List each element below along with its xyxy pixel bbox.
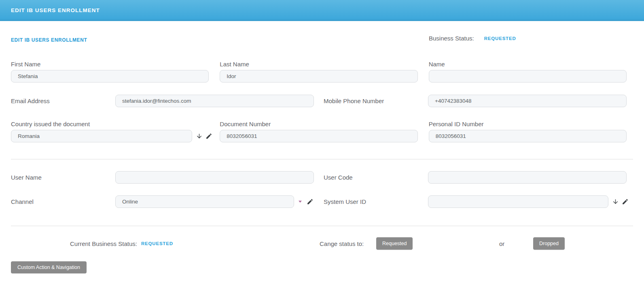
section-divider-bottom [11,226,633,226]
title-row: EDIT IB USERS ENROLLMENT Business Status… [11,35,633,44]
country-arrow-down-icon[interactable] [196,133,203,140]
custom-action-navigation-button[interactable]: Custom Action & Navigation [11,261,87,273]
field-group-name: Name [429,61,627,83]
email-input[interactable] [115,95,314,107]
personal-id-label: Personal ID Number [429,121,627,127]
first-name-label: First Name [11,61,209,68]
field-group-last-name: Last Name [220,61,417,83]
app-header-title: EDIT IB USERS ENROLLMENT [11,7,100,13]
field-group-personal-id: Personal ID Number [429,121,627,142]
user-name-label: User Name [11,174,115,181]
user-name-input[interactable] [115,171,314,184]
name-input[interactable] [429,70,627,83]
form-content: EDIT IB USERS ENROLLMENT Business Status… [0,35,644,273]
business-status-label: Business Status: [429,35,474,42]
app-header-bar: EDIT IB USERS ENROLLMENT [0,0,644,21]
last-name-label: Last Name [220,61,417,68]
channel-select-input[interactable] [115,195,294,208]
section-title-link[interactable]: EDIT IB USERS ENROLLMENT [11,37,87,43]
system-user-id-pencil-edit-icon[interactable] [622,198,629,205]
footer-row: Custom Action & Navigation [11,261,633,273]
country-label: Country issued the document [11,121,209,127]
current-business-status-label: Current Business Status: [70,240,137,247]
row-names: First Name Last Name Name [11,61,627,83]
field-group-mobile: Mobile Phone Number [324,95,627,107]
channel-label: Channel [11,198,115,205]
row-user: User Name User Code [11,171,627,184]
field-group-email: Email Address [11,95,314,107]
last-name-input[interactable] [220,70,417,83]
business-status-value: REQUESTED [484,36,516,41]
row-contact: Email Address Mobile Phone Number [11,95,627,107]
field-group-system-user-id: System User ID [324,195,627,208]
first-name-input[interactable] [11,70,209,83]
country-input[interactable] [11,130,192,142]
field-group-user-code: User Code [324,171,627,184]
user-code-input[interactable] [428,171,627,184]
personal-id-input[interactable] [429,130,627,142]
document-number-label: Document Number [220,121,417,127]
requested-status-button[interactable]: Requested [376,237,413,250]
field-group-user-name: User Name [11,171,314,184]
mobile-label: Mobile Phone Number [324,97,428,104]
status-change-row: Current Business Status: REQUESTED Cange… [11,237,633,250]
row-channel: Channel System User ID [11,195,627,208]
channel-pencil-edit-icon[interactable] [307,198,314,205]
or-text: or [499,240,504,247]
field-group-channel: Channel [11,195,314,208]
name-label: Name [429,61,627,68]
row-documents: Country issued the document Document Num… [11,121,627,142]
mobile-input[interactable] [428,95,627,107]
user-code-label: User Code [324,174,428,181]
email-label: Email Address [11,97,115,104]
section-divider-top [11,159,633,159]
field-group-document-number: Document Number [220,121,417,142]
change-status-label: Cange status to: [320,240,364,247]
document-number-input[interactable] [220,130,417,142]
system-user-id-label: System User ID [324,198,428,205]
current-business-status-value: REQUESTED [141,241,173,246]
field-group-first-name: First Name [11,61,209,83]
country-pencil-edit-icon[interactable] [205,133,212,140]
system-user-id-input[interactable] [428,195,608,208]
channel-dropdown-caret-icon[interactable] [299,201,302,203]
field-group-country: Country issued the document [11,121,209,142]
business-status: Business Status: REQUESTED [429,35,516,42]
system-user-id-arrow-down-icon[interactable] [612,198,619,205]
dropped-status-button[interactable]: Dropped [533,237,565,250]
